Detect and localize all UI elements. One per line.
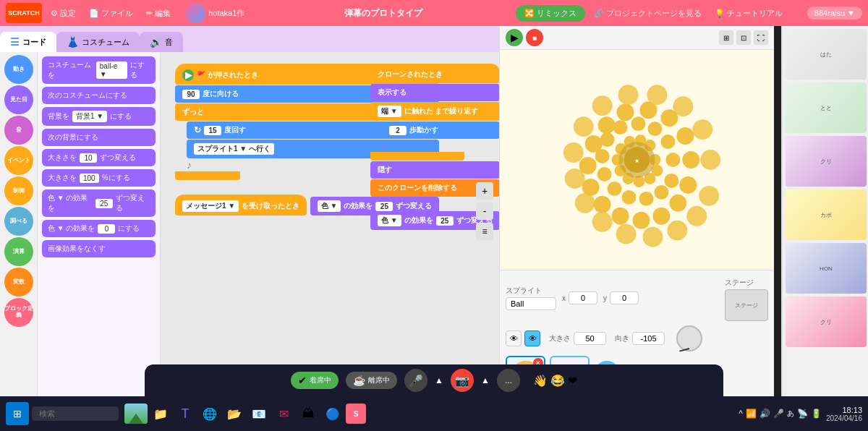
view-project-button[interactable]: 🔗 プロジェクトページを見る [590,6,706,21]
taskbar-icon-teams[interactable]: T [174,402,197,425]
fullscreen-btn[interactable]: ⛶ [754,30,768,45]
category-variable[interactable]: 変数 [4,268,33,296]
tray-chevron[interactable]: ^ [739,409,743,419]
taskbar-icon-photos[interactable]: 🏔 [297,402,320,425]
small-stage-btn[interactable]: ⊞ [719,30,733,45]
block-hide[interactable]: 隠す [370,161,499,179]
svg-point-31 [598,116,616,134]
edge-thumb-2[interactable]: クリ [786,136,867,187]
direction-dial[interactable] [676,325,702,351]
category-myblock[interactable]: ブロック定義 [4,298,33,327]
taskbar-icon-mountain[interactable] [124,404,148,424]
direction-input[interactable] [632,332,665,345]
block-move-steps[interactable]: 2 歩動かす [382,121,499,139]
y-input[interactable] [610,291,639,304]
cam-chevron[interactable]: ▲ [481,375,490,385]
mic-chevron[interactable]: ▲ [435,375,443,385]
taskbar-icon-explorer[interactable]: 📁 [149,402,172,425]
block-show[interactable]: 表示する [370,84,499,101]
category-sense[interactable]: 調べる [4,207,33,236]
show-vis-btn[interactable]: 👁 [506,330,522,346]
tutorial-button[interactable]: 💡 チュートリアル [710,6,787,21]
category-looks[interactable]: 見た目 [4,85,33,114]
laugh-emoji[interactable]: 😂 [550,374,565,388]
taskbar-icon-folder2[interactable]: 📂 [223,402,246,425]
tray-volume[interactable]: 🔊 [760,409,770,419]
taskbar-icon-edge[interactable]: 🌐 [198,402,221,425]
tab-sound[interactable]: 🔊 音 [140,32,183,52]
palette-block-1[interactable]: 次のコスチュームにする [42,87,156,104]
tray-network[interactable]: 📶 [746,409,757,419]
tray-wifi[interactable]: 📡 [797,409,808,419]
palette-block-4[interactable]: 大きさを 10 ずつ変える [42,149,156,166]
category-control[interactable]: 制御 [4,176,33,205]
block-clone-start[interactable]: クローンされたとき [370,64,499,83]
menu-edit[interactable]: ✏ 編集 [142,6,175,21]
tray-mic[interactable]: 🎤 [773,409,784,419]
edge-thumb-3[interactable]: カポ [786,189,867,240]
user-menu[interactable]: 884raisu ▼ [807,7,862,20]
hide-vis-btn[interactable]: 👁 [524,330,540,346]
palette-block-2[interactable]: 背景を 背景1 ▼ にする [42,107,156,126]
scroll-controls: + - ≡ [476,182,493,240]
stop-btn[interactable]: ■ [526,29,543,46]
block-forever-end [175,171,240,180]
wave-emoji[interactable]: 👋 [533,374,548,388]
block-repeat-end [370,152,464,161]
fit-btn[interactable]: ≡ [476,223,493,240]
category-sound[interactable]: 音 [4,116,33,145]
svg-point-52 [616,224,637,244]
stage-controls: ▶ ■ [506,29,543,46]
taskbar-icon-chrome[interactable]: 🔵 [321,402,344,425]
palette-block-5[interactable]: 大きさを 100 %にする [42,169,156,187]
taskbar-icon-mail2[interactable]: ✉ [272,402,295,425]
x-input[interactable] [569,291,597,304]
menu-file[interactable]: 📄 ファイル [85,6,137,21]
coord-y-group: y [603,291,639,304]
zoom-out-btn[interactable]: - [476,202,493,220]
zoom-in-btn[interactable]: + [476,182,493,200]
attending-btn[interactable]: ✔ 着席中 [291,372,339,389]
svg-point-41 [700,150,720,170]
taskbar-icon-mail[interactable]: 📧 [247,402,271,425]
palette-block-7[interactable]: 色 ▼ の効果を 0 にする [42,220,156,237]
stage-thumbnail[interactable]: ステージ [725,289,768,321]
tray-ja[interactable]: あ [787,409,794,419]
menu-settings[interactable]: ⚙ 設定 [46,6,80,21]
edge-thumb-1[interactable]: とと [786,82,867,133]
tray-battery[interactable]: 🔋 [811,409,822,419]
heart-emoji[interactable]: ❤ [568,374,577,388]
mic-btn[interactable]: 🎤 [404,369,427,392]
edge-thumb-0[interactable]: はた [786,29,867,80]
taskbar-search[interactable] [32,406,119,421]
category-operator[interactable]: 演算 [4,237,33,266]
more-btn[interactable]: ... [497,369,520,392]
tab-code[interactable]: ☰ コード [0,32,56,52]
tab-costume[interactable]: 👗 コスチューム [56,32,140,52]
palette-block-6[interactable]: 色 ▼ の効果を 25 ずつ変える [42,189,156,217]
green-flag-btn[interactable]: ▶ [506,29,523,46]
edge-thumb-4[interactable]: HON [786,243,867,294]
category-event[interactable]: イベント [4,146,33,175]
size-input[interactable] [574,332,606,345]
svg-point-39 [669,195,686,212]
svg-point-26 [682,151,699,168]
scratch-logo[interactable]: SCRATCH [6,3,42,23]
svg-point-38 [652,208,670,225]
remix-button[interactable]: 🔀 リミックス [516,5,585,22]
block-message-received[interactable]: メッセージ1 ▼ を受け取ったとき [175,195,307,216]
taskbar-icon-scratch[interactable]: S [346,404,366,424]
palette-block-3[interactable]: 次の背景にする [42,129,156,146]
start-button[interactable]: ⊞ [6,402,29,425]
clock[interactable]: 18:13 2024/04/16 [826,406,862,422]
large-stage-btn[interactable]: ⊡ [736,30,751,45]
edge-thumb-5[interactable]: クリ [786,296,867,347]
palette-block-8[interactable]: 画像効果をなくす [42,240,156,257]
block-repeat-until[interactable]: 端 ▼ に触れた まで繰り返す [370,102,499,121]
palette-block-0[interactable]: コスチュームを ball-e ▼ にする [42,56,156,84]
category-motion[interactable]: 動き [4,55,33,84]
stage-panel: ▶ ■ ⊞ ⊡ ⛶ [499,26,774,396]
cam-btn[interactable]: 📷 [451,369,474,392]
leaving-btn[interactable]: ☕ 離席中 [346,372,397,389]
sprite-name-input[interactable] [506,297,556,310]
